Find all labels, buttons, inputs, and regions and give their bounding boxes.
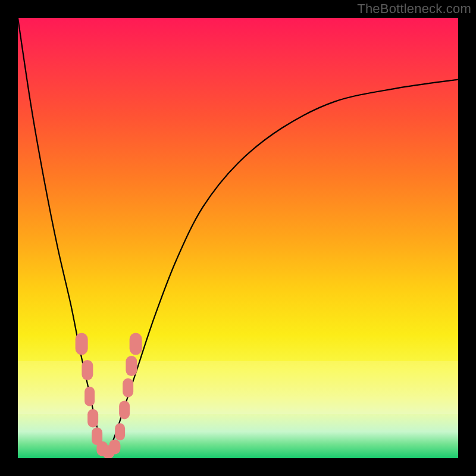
curve-marker <box>84 387 95 406</box>
curve-marker <box>123 378 133 397</box>
plot-area <box>18 18 458 458</box>
curve-marker <box>76 333 88 355</box>
watermark-text: TheBottleneck.com <box>357 1 471 17</box>
curve-marker <box>119 400 130 419</box>
chart-frame: TheBottleneck.com <box>0 0 476 476</box>
bottleneck-curve-path <box>18 18 458 454</box>
curve-marker <box>115 423 126 441</box>
curve-marker <box>87 409 98 428</box>
curve-marker <box>82 360 93 380</box>
curve-marker <box>126 356 137 376</box>
curve-marker <box>130 333 142 355</box>
curve-marker <box>109 439 120 454</box>
